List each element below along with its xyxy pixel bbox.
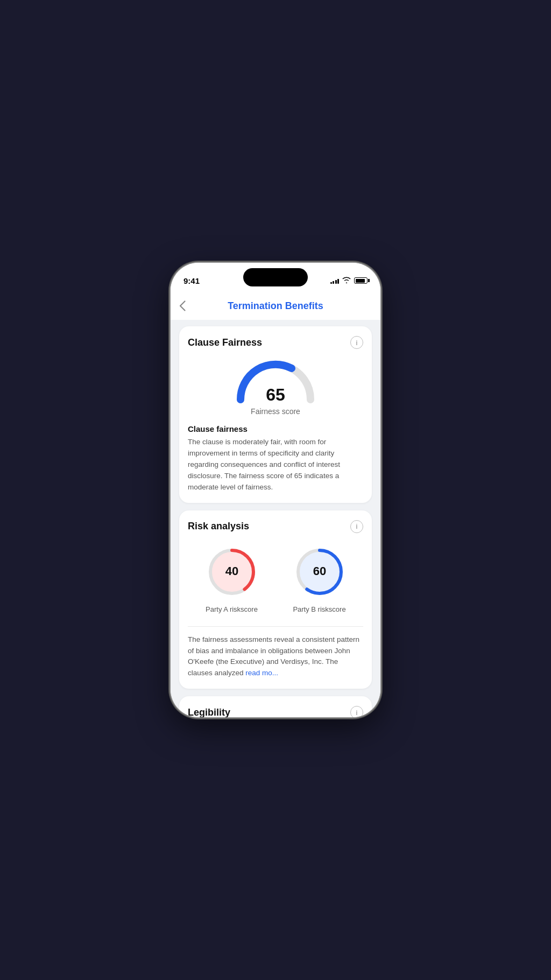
dynamic-island xyxy=(243,268,308,286)
signal-bars-icon xyxy=(330,277,340,284)
clause-fairness-card: Clause Fairness i 65 Fairness score C xyxy=(179,326,372,503)
legibility-info-icon[interactable]: i xyxy=(350,706,363,717)
risk-analysis-header: Risk analysis i xyxy=(188,520,363,533)
page-title: Termination Benefits xyxy=(228,300,323,312)
party-b-label: Party B riskscore xyxy=(293,605,345,613)
party-b-risk-item: 60 Party B riskscore xyxy=(293,545,347,613)
legibility-card: Legibility i Readability score -4 xyxy=(179,696,372,717)
clause-fairness-subtitle: Clause fairness The clause is moderately… xyxy=(188,424,363,493)
clause-fairness-info-icon[interactable]: i xyxy=(350,336,363,349)
back-button[interactable] xyxy=(179,300,186,311)
legibility-header: Legibility i xyxy=(188,706,363,717)
risk-analysis-title: Risk analysis xyxy=(188,521,249,532)
risk-divider xyxy=(188,626,363,627)
risk-circles: 40 Party A riskscore 60 xyxy=(188,541,363,618)
clause-fairness-header: Clause Fairness i xyxy=(188,336,363,349)
status-bar: 9:41 xyxy=(171,263,380,292)
party-a-label: Party A riskscore xyxy=(206,605,258,613)
status-time: 9:41 xyxy=(183,276,200,285)
party-a-risk-item: 40 Party A riskscore xyxy=(205,545,259,613)
svg-text:40: 40 xyxy=(225,564,238,578)
battery-icon xyxy=(354,277,368,284)
party-a-circle: 40 xyxy=(205,545,259,601)
risk-analysis-info-icon[interactable]: i xyxy=(350,520,363,533)
status-icons xyxy=(330,277,368,285)
clause-fairness-desc: The clause is moderately fair, with room… xyxy=(188,437,363,493)
clause-fairness-title: Clause Fairness xyxy=(188,337,262,348)
gauge-score: 65 xyxy=(266,385,285,405)
risk-description: The fairness assessments reveal a consis… xyxy=(188,634,363,680)
gauge-svg: 65 xyxy=(232,356,319,405)
legibility-title: Legibility xyxy=(188,707,230,717)
gauge-container: 65 Fairness score xyxy=(188,356,363,416)
nav-header: Termination Benefits xyxy=(171,292,380,320)
phone-frame: 9:41 xyxy=(171,263,380,717)
party-b-circle: 60 xyxy=(293,545,347,601)
risk-analysis-card: Risk analysis i 40 Party A riskscore xyxy=(179,510,372,689)
svg-text:60: 60 xyxy=(313,564,326,578)
scroll-area[interactable]: Clause Fairness i 65 Fairness score C xyxy=(171,320,380,717)
wifi-icon xyxy=(342,277,351,285)
gauge-label: Fairness score xyxy=(251,407,300,416)
read-more-link[interactable]: read mo... xyxy=(245,669,278,677)
